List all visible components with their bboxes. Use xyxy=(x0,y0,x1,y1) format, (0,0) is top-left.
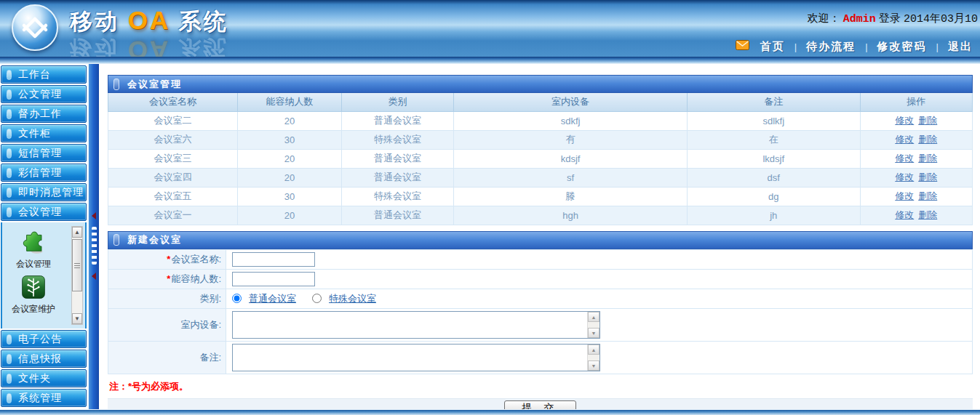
pill-icon xyxy=(7,109,12,119)
equipment-cell: sf xyxy=(454,168,688,187)
submenu-item-meeting-management[interactable]: 会议管理 xyxy=(2,228,65,270)
sidebar-submenu-panel: 会议管理 会 xyxy=(1,222,87,329)
equipment-textarea[interactable] xyxy=(233,312,587,338)
sidebar-item-label: 信息快报 xyxy=(18,352,62,366)
edit-link[interactable]: 修改 xyxy=(895,209,914,220)
scroll-down-icon[interactable]: ▼ xyxy=(588,360,599,371)
equipment-cell: sdkfj xyxy=(454,111,688,130)
puzzle-icon xyxy=(20,228,47,254)
normal-room-radio-label[interactable]: 普通会议室 xyxy=(249,292,296,305)
pill-icon xyxy=(7,129,12,139)
delete-link[interactable]: 删除 xyxy=(918,172,937,182)
scroll-up-icon[interactable]: ▲ xyxy=(588,312,599,322)
nav-item-logout[interactable]: 退出 xyxy=(948,40,973,54)
nav-item-pending-workflow[interactable]: 待办流程 xyxy=(806,40,856,54)
collapse-arrow-icon[interactable] xyxy=(92,273,96,280)
submenu-item-meeting-room-maintain[interactable]: 会议室维护 xyxy=(2,275,65,315)
thumb-grip xyxy=(74,263,80,268)
sidebar-item-sms-management[interactable]: 短信管理 xyxy=(1,144,87,162)
submenu-label: 会议管理 xyxy=(2,258,65,270)
edit-link[interactable]: 修改 xyxy=(895,190,914,201)
nav-item-home[interactable]: 首页 xyxy=(760,40,785,54)
new-meeting-room-panel: 新建会议室 *会议室名称: *能容纳人数: 类别: 普通 xyxy=(108,231,973,415)
remark-label: 备注: xyxy=(108,341,226,374)
panel-bar-icon xyxy=(113,78,119,90)
sidebar-item-info-express[interactable]: 信息快报 xyxy=(1,350,87,368)
welcome-login: 登录 xyxy=(879,12,901,24)
sidebar-item-label: 公文管理 xyxy=(18,88,62,101)
title-mobile: 移动 xyxy=(70,9,119,34)
scroll-up-icon[interactable]: ▲ xyxy=(72,227,82,238)
textarea-scrollbar[interactable]: ▲ ▼ xyxy=(587,312,599,338)
delete-link[interactable]: 删除 xyxy=(918,115,937,126)
delete-link[interactable]: 删除 xyxy=(918,153,937,164)
special-room-radio-label[interactable]: 特殊会议室 xyxy=(329,292,376,305)
actions-cell: 修改删除 xyxy=(860,111,972,130)
sidebar-item-system-management[interactable]: 系统管理 xyxy=(1,389,87,407)
column-header: 会议室名称 xyxy=(108,93,238,111)
pill-icon xyxy=(7,148,12,158)
name-label: *会议室名称: xyxy=(108,249,226,269)
column-header: 类别 xyxy=(341,93,453,111)
title-oa: OA xyxy=(128,6,171,34)
textarea-scrollbar[interactable]: ▲ ▼ xyxy=(587,345,599,371)
delete-link[interactable]: 删除 xyxy=(918,209,937,220)
pill-icon xyxy=(7,168,12,178)
header-divider xyxy=(0,57,980,64)
equipment-cell: kdsjf xyxy=(454,149,688,168)
splitter-grip xyxy=(92,227,97,265)
special-room-radio[interactable] xyxy=(312,294,322,303)
actions-cell: 修改删除 xyxy=(860,149,972,168)
capacity-input[interactable] xyxy=(232,272,315,286)
sidebar-item-file-cabinet[interactable]: 文件柜 xyxy=(1,124,87,142)
edit-link[interactable]: 修改 xyxy=(895,172,914,182)
capacity-cell: 20 xyxy=(238,206,342,225)
nav-item-change-password[interactable]: 修改密码 xyxy=(877,40,927,54)
nav-separator: | xyxy=(865,41,867,52)
collapse-arrow-icon[interactable] xyxy=(92,212,96,219)
actions-cell: 修改删除 xyxy=(860,130,972,149)
delete-link[interactable]: 删除 xyxy=(918,134,937,145)
pill-icon xyxy=(7,188,12,198)
sidebar-splitter[interactable] xyxy=(88,64,99,409)
pill-icon xyxy=(7,354,12,364)
type-cell: 普通会议室 xyxy=(341,111,453,130)
nav-separator: | xyxy=(936,41,939,52)
table-row: 会议室三20普通会议室kdsjflkdsjf修改删除 xyxy=(108,149,973,168)
remark-textarea[interactable] xyxy=(233,345,587,371)
remark-cell: dsf xyxy=(687,168,860,187)
actions-cell: 修改删除 xyxy=(860,187,972,206)
scroll-down-icon[interactable]: ▼ xyxy=(72,313,82,324)
panel-bar-icon xyxy=(113,234,119,246)
scroll-up-icon[interactable]: ▲ xyxy=(588,345,599,355)
scroll-down-icon[interactable]: ▼ xyxy=(588,328,599,338)
scrollbar-thumb[interactable] xyxy=(72,239,82,291)
sidebar-item-instant-message-management[interactable]: 即时消息管理 xyxy=(1,183,87,201)
edit-link[interactable]: 修改 xyxy=(895,134,914,145)
type-cell: 特殊会议室 xyxy=(341,187,453,206)
sidebar-bottom-group: 电子公告信息快报文件夹系统管理 xyxy=(0,330,87,407)
submenu-scrollbar[interactable]: ▲ ▼ xyxy=(71,226,83,325)
sidebar-item-supervision-work[interactable]: 督办工作 xyxy=(1,105,87,123)
table-header-row: 会议室名称 能容纳人数 类别 室内设备 备注 操作 xyxy=(108,93,973,111)
main-content: 会议室管理 会议室名称 能容纳人数 类别 室内设备 备注 操作 会议室二20普通… xyxy=(108,75,973,415)
normal-room-radio[interactable] xyxy=(232,294,242,303)
logo-glyph xyxy=(17,10,52,45)
pill-icon xyxy=(7,374,12,384)
equipment-label: 室内设备: xyxy=(108,308,226,341)
sidebar-item-mms-management[interactable]: 彩信管理 xyxy=(1,164,87,182)
pill-icon xyxy=(7,70,12,80)
sidebar-item-document-management[interactable]: 公文管理 xyxy=(1,85,87,103)
column-header: 室内设备 xyxy=(454,93,688,111)
header-banner: 移动 OA 系统 移动 OA 系统 欢迎： Admin 登录 2014年03月1… xyxy=(0,0,980,57)
meeting-room-panel: 会议室管理 会议室名称 能容纳人数 类别 室内设备 备注 操作 会议室二20普通… xyxy=(108,75,973,225)
meeting-room-name-input[interactable] xyxy=(232,252,315,267)
sidebar-item-workbench[interactable]: 工作台 xyxy=(1,65,87,84)
sidebar-item-folder[interactable]: 文件夹 xyxy=(1,369,87,387)
edit-link[interactable]: 修改 xyxy=(895,153,914,164)
delete-link[interactable]: 删除 xyxy=(918,190,937,201)
sidebar-item-e-announcement[interactable]: 电子公告 xyxy=(1,330,87,348)
edit-link[interactable]: 修改 xyxy=(895,115,914,126)
new-meeting-room-form: *会议室名称: *能容纳人数: 类别: 普通会议室 特殊会议室 xyxy=(108,249,973,374)
sidebar-item-meeting-management[interactable]: 会议管理 xyxy=(1,203,87,221)
